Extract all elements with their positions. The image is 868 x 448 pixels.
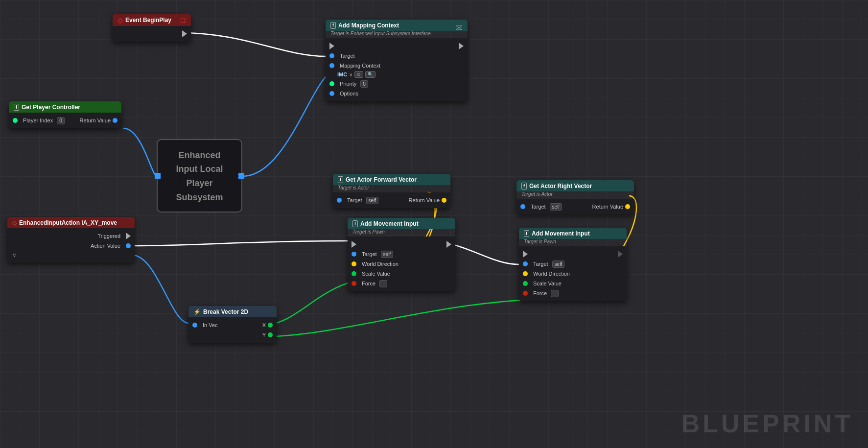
exec-row <box>348 239 455 249</box>
pin-dot <box>192 323 197 328</box>
node-title: EnhancedInputAction IA_XY_move <box>19 219 117 226</box>
imc-btn2[interactable]: 🔍 <box>365 71 375 78</box>
pin-label: Target <box>531 204 546 210</box>
triggered-row: Triggered <box>7 231 135 241</box>
pin-label: Scale Value <box>533 281 562 286</box>
pin-world-direction: World Direction <box>519 269 627 279</box>
return-dot <box>625 204 630 209</box>
enhanced-input-action-node: ◇ EnhancedInputAction IA_XY_move Trigger… <box>7 217 135 262</box>
exec-in-pin <box>352 241 356 248</box>
right-pin <box>238 173 244 179</box>
break-vector-2d-node: ⚡ Break Vector 2D In Vec X Y <box>188 306 277 343</box>
pin-value: self <box>550 203 563 211</box>
add-movement-input-1-node: f Add Movement Input Target is Pawn Targ… <box>348 218 455 291</box>
imc-btn1[interactable]: ⊙ <box>354 71 363 78</box>
get-actor-right-vector-node: f Get Actor Right Vector Target is Actor… <box>516 180 634 214</box>
pin-dot <box>329 81 334 86</box>
y-dot <box>268 332 273 337</box>
node-subtitle: Target is Actor <box>333 185 450 192</box>
pin-scale-value: Scale Value <box>348 269 455 279</box>
node-title: Get Player Controller <box>22 104 80 111</box>
large-node-text: Enhanced Input Local Player Subsystem <box>176 150 223 202</box>
add-movement-input-2-node: f Add Movement Input Target is Pawn Targ… <box>519 228 627 301</box>
pin-value: 0 <box>57 117 65 124</box>
return-dot <box>442 198 446 203</box>
node-title: Get Actor Forward Vector <box>346 176 417 183</box>
envelope-icon: ✉ <box>455 23 463 33</box>
pin-force: Force <box>519 288 627 298</box>
pin-dot <box>523 261 528 266</box>
pin-label: Target <box>340 53 355 59</box>
pin-label: Target <box>362 251 377 257</box>
y-label: Y <box>262 332 266 338</box>
pin-dot <box>352 252 356 257</box>
pin-target: Target self Return Value <box>516 202 634 212</box>
exec-out-pin <box>459 43 464 49</box>
pin-options: Options <box>326 89 468 98</box>
return-label: Return Value <box>592 204 623 210</box>
node-subtitle: Target is Pawn <box>348 229 455 236</box>
pin-label: Player Index <box>23 118 53 123</box>
node-title: Event BeginPlay <box>125 17 171 24</box>
node-header: ◇ Event BeginPlay ◻ <box>113 14 191 26</box>
pin-dot <box>329 91 334 96</box>
pin-target: Target self Return Value <box>333 195 450 205</box>
pin-dot <box>329 63 334 68</box>
pin-value: 0 <box>360 80 368 88</box>
action-value-row: Action Value <box>7 241 135 251</box>
x-dot <box>268 323 273 328</box>
node-body: Player Index 0 Return Value <box>9 113 121 128</box>
triggered-pin <box>126 233 131 239</box>
triggered-label: Triggered <box>97 233 120 239</box>
exec-out-pin <box>182 30 187 37</box>
pin-label: Force <box>533 290 547 296</box>
node-header: f Get Actor Forward Vector <box>333 174 450 185</box>
pin-value: self <box>381 251 394 258</box>
node-header: f Add Mapping Context ✉ <box>326 20 468 31</box>
exec-out-pin <box>618 251 623 258</box>
node-body: Target self World Direction Scale Value … <box>519 246 627 301</box>
node-header: f Add Movement Input <box>519 228 627 239</box>
node-header: f Add Movement Input <box>348 218 455 229</box>
return-dot <box>113 118 117 123</box>
get-player-controller-node: f Get Player Controller Player Index 0 R… <box>9 101 121 128</box>
pin-target: Target <box>326 51 468 61</box>
pin-value <box>379 280 387 287</box>
node-body <box>113 26 191 42</box>
node-header: ⚡ Break Vector 2D <box>188 306 277 317</box>
pin-dot <box>329 53 334 58</box>
pin-value: self <box>552 260 565 268</box>
node-subtitle: Target is Actor <box>516 191 634 199</box>
return-label: Return Value <box>409 197 440 203</box>
imc-value: IMC <box>337 71 347 77</box>
event-begin-play-node: ◇ Event BeginPlay ◻ <box>113 14 191 42</box>
node-subtitle: Target is Pawn <box>519 239 627 246</box>
pin-force: Force <box>348 279 455 288</box>
pin-dot <box>337 198 342 203</box>
action-value-dot <box>126 243 131 248</box>
pin-dot <box>523 281 528 286</box>
node-body: Target Mapping Context IMC ∨ ⊙ 🔍 Priorit… <box>326 38 468 101</box>
exec-row <box>519 249 627 259</box>
pin-label: Force <box>362 281 375 286</box>
node-title: Add Movement Input <box>360 220 419 227</box>
pin-label: World Direction <box>362 261 399 267</box>
pin-dot <box>523 291 528 296</box>
pin-scale-value: Scale Value <box>519 279 627 288</box>
pin-label: Priority <box>340 81 356 87</box>
exec-out-row <box>113 29 191 39</box>
large-node-content: Enhanced Input Local Player Subsystem <box>167 148 232 204</box>
node-title: Get Actor Right Vector <box>529 183 592 189</box>
imc-row: IMC ∨ ⊙ 🔍 <box>326 71 468 79</box>
pin-priority: Priority 0 <box>326 79 468 89</box>
pin-label: Options <box>340 91 358 96</box>
return-label: Return Value <box>80 118 111 123</box>
pin-label: World Direction <box>533 271 570 277</box>
node-body: Target self Return Value <box>333 192 450 208</box>
pin-label: Mapping Context <box>340 63 380 69</box>
node-body: Target self Return Value <box>516 199 634 214</box>
node-header: f Get Player Controller <box>9 101 121 113</box>
blueprint-watermark: BLUEPRINT <box>681 409 853 438</box>
pin-label: In Vec <box>203 322 218 328</box>
pin-dot <box>523 271 528 276</box>
